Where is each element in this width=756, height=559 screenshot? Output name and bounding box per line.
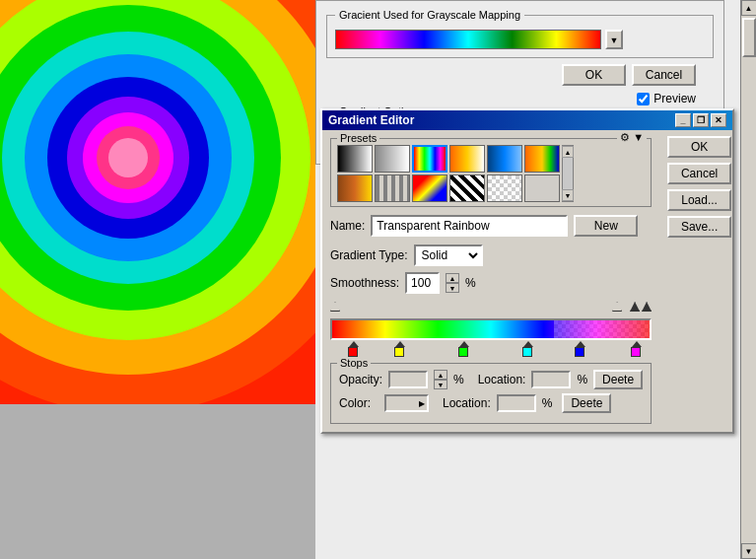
opacity-stop-right1[interactable]: [612, 302, 622, 312]
ok-btn-top[interactable]: OK: [562, 64, 626, 86]
minimize-btn[interactable]: _: [675, 113, 691, 127]
smoothness-down[interactable]: ▼: [446, 283, 459, 293]
stops-group: Stops Opacity: ▲ ▼ % Location: % Deete: [330, 363, 652, 424]
gradient-editor-body: Presets ⚙ ▼: [322, 130, 732, 432]
cancel-btn-top[interactable]: Cancel: [632, 64, 696, 86]
location-label-2: Location:: [443, 396, 491, 410]
presets-scroll-down[interactable]: ▼: [562, 189, 574, 201]
gray-area: [0, 404, 315, 559]
preset-rainbow[interactable]: [412, 145, 447, 173]
opacity-unit: %: [453, 373, 464, 386]
location-label-1: Location:: [478, 373, 526, 386]
ge-cancel-btn[interactable]: Cancel: [667, 163, 731, 184]
gradient-bar[interactable]: [330, 318, 652, 340]
preset-orange[interactable]: [449, 145, 485, 173]
presets-label: Presets: [337, 132, 379, 144]
opacity-stops-row: Opacity: ▲ ▼ % Location: % Deete: [339, 370, 643, 389]
opacity-stop-right3[interactable]: [642, 302, 652, 312]
preset-checker1[interactable]: [375, 175, 410, 202]
grayscale-title: Gracient Used for Grayscale Mapping: [335, 9, 524, 21]
preset-transparent[interactable]: [524, 175, 560, 202]
smoothness-row: Smoothness: ▲ ▼ %: [330, 272, 652, 294]
preset-diagonal[interactable]: [412, 175, 447, 202]
opacity-input[interactable]: [388, 371, 428, 388]
presets-row-1: [337, 145, 560, 173]
close-btn[interactable]: ✕: [711, 113, 726, 127]
location-unit-1: %: [577, 373, 587, 386]
color-stop-yellow[interactable]: [394, 341, 405, 357]
delete-color-btn[interactable]: Deete: [562, 393, 611, 413]
gradient-editor-right: OK Cancel Load... Save...: [659, 130, 733, 432]
preset-multi1[interactable]: [524, 145, 560, 173]
color-arrow-icon: ▶: [419, 399, 425, 408]
opacity-label: Opacity:: [339, 373, 382, 386]
scroll-down-btn[interactable]: ▼: [741, 543, 757, 559]
color-location-input[interactable]: [497, 394, 536, 412]
opacity-location-input[interactable]: [531, 371, 571, 388]
scroll-up-btn[interactable]: ▲: [741, 0, 757, 16]
titlebar-controls: _ ❐ ✕: [675, 113, 726, 127]
gradient-dropdown-btn[interactable]: ▼: [605, 30, 623, 49]
color-stop-green[interactable]: [458, 341, 469, 357]
preview-check-input[interactable]: [637, 93, 650, 105]
gradient-type-row: Gradient Type: Solid Noise: [330, 245, 652, 266]
color-stop-blue[interactable]: [575, 341, 585, 357]
color-swatch[interactable]: ▶: [384, 394, 429, 412]
preview-label: Preview: [653, 92, 696, 105]
ge-ok-btn[interactable]: OK: [667, 136, 731, 158]
opacity-stop-right2[interactable]: [630, 302, 640, 312]
opacity-down[interactable]: ▼: [434, 380, 447, 389]
new-btn[interactable]: New: [574, 215, 638, 237]
opacity-up[interactable]: ▲: [434, 370, 447, 380]
gradient-editor-left: Presets ⚙ ▼: [322, 130, 659, 432]
color-stops-row: Color: ▶ Location: % Deete: [339, 393, 643, 413]
presets-scrollbar[interactable]: ▲ ▼: [562, 145, 574, 202]
preset-gray-white[interactable]: [375, 145, 410, 173]
gradient-editor-titlebar: Gradient Editor _ ❐ ✕: [322, 110, 732, 130]
gradient-bar-container: [330, 300, 652, 359]
opacity-spinner[interactable]: ▲ ▼: [434, 370, 447, 389]
smoothness-input[interactable]: [405, 272, 440, 294]
name-row: Name: New: [330, 215, 652, 237]
opacity-stop-left[interactable]: [330, 302, 340, 312]
gear-icon[interactable]: ⚙ ▼: [617, 131, 647, 144]
restore-btn[interactable]: ❐: [693, 113, 709, 127]
smoothness-unit: %: [465, 276, 476, 290]
ge-load-btn[interactable]: Load...: [667, 189, 731, 211]
preview-checkbox[interactable]: Preview: [637, 92, 696, 105]
gradient-preview: [335, 30, 601, 49]
preset-blue[interactable]: [487, 145, 522, 173]
gradient-editor-title: Gradient Editor: [328, 113, 414, 127]
color-stop-red[interactable]: [348, 341, 359, 357]
gradient-type-label: Gradient Type:: [330, 248, 408, 262]
scroll-thumb[interactable]: [742, 18, 756, 57]
image-canvas: [0, 0, 315, 404]
stops-label: Stops: [337, 357, 371, 369]
color-label: Color:: [339, 396, 371, 410]
preset-bw[interactable]: [337, 145, 373, 173]
preset-checker2[interactable]: [487, 175, 522, 202]
transparency-indicator: [554, 320, 650, 338]
preset-brown[interactable]: [337, 175, 373, 202]
main-scrollbar[interactable]: ▲ ▼: [740, 0, 756, 559]
ge-save-btn[interactable]: Save...: [667, 216, 731, 238]
smoothness-up[interactable]: ▲: [446, 273, 459, 283]
presets-scroll-up[interactable]: ▲: [562, 146, 574, 158]
color-stop-cyan[interactable]: [522, 341, 533, 357]
grayscale-group: Gracient Used for Grayscale Mapping ▼: [326, 15, 714, 58]
name-input[interactable]: [371, 215, 568, 237]
smoothness-label: Smoothness:: [330, 276, 399, 290]
gradient-type-select[interactable]: Solid Noise: [414, 245, 483, 266]
color-stop-magenta[interactable]: [631, 341, 642, 357]
gradient-editor-dialog: Gradient Editor _ ❐ ✕ Presets ⚙ ▼: [320, 108, 734, 434]
smoothness-spinner[interactable]: ▲ ▼: [446, 273, 459, 293]
delete-opacity-btn[interactable]: Deete: [593, 370, 643, 389]
name-label: Name:: [330, 219, 365, 233]
presets-grid: [337, 145, 560, 202]
presets-group: Presets ⚙ ▼: [330, 138, 652, 207]
preset-stripes[interactable]: [449, 175, 485, 202]
location-unit-2: %: [542, 396, 553, 410]
presets-row-2: [337, 175, 560, 202]
